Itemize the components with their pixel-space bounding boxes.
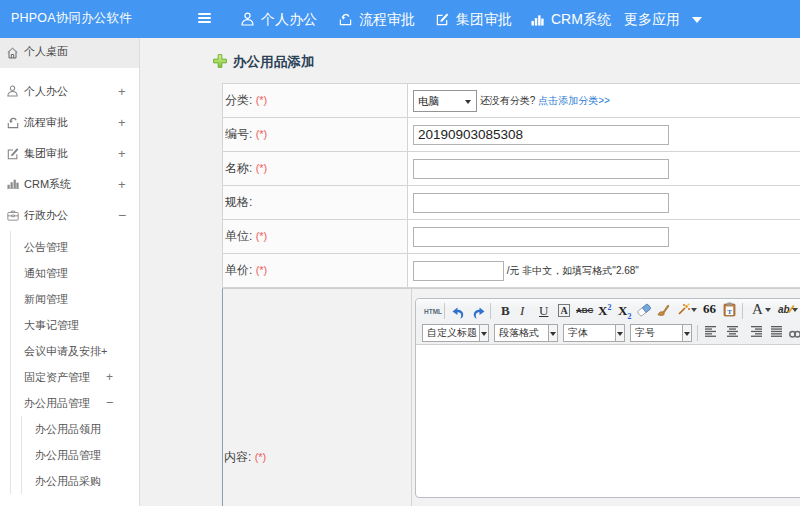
svg-text:T: T: [727, 308, 732, 316]
